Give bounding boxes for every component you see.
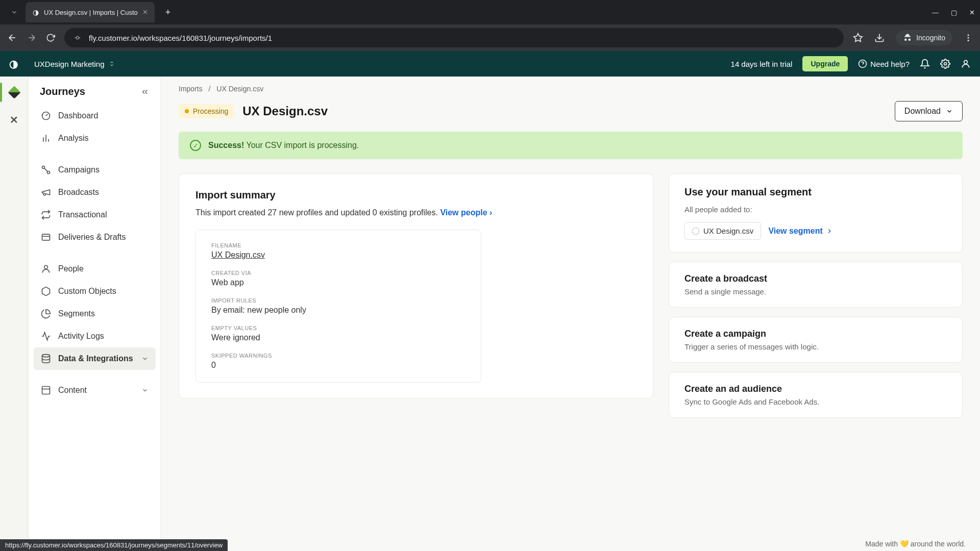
trial-text: 14 days left in trial: [731, 60, 793, 68]
gauge-icon: [41, 111, 51, 121]
profile-icon[interactable]: [961, 59, 971, 69]
banner-strong: Success!: [208, 141, 244, 149]
downloads-icon[interactable]: [874, 33, 885, 43]
app-logo-icon[interactable]: ◑: [9, 58, 18, 70]
inbox-icon: [41, 232, 51, 242]
nav-dashboard[interactable]: Dashboard: [34, 105, 156, 127]
create-campaign-card[interactable]: Create a campaign Trigger a series of me…: [669, 317, 963, 363]
help-label: Need help?: [870, 60, 910, 68]
meta-label: FILENAME: [211, 242, 465, 248]
tab-close-icon[interactable]: ×: [143, 8, 148, 17]
breadcrumb-sep: /: [209, 85, 211, 93]
minimize-icon[interactable]: —: [932, 9, 939, 16]
reload-button[interactable]: [46, 33, 55, 42]
workspace-switcher[interactable]: UXDesign Marketing: [34, 60, 115, 68]
status-text: Processing: [193, 107, 228, 115]
breadcrumb-parent[interactable]: Imports: [179, 85, 203, 93]
summary-text: This import created 27 new profiles and …: [195, 208, 438, 217]
bookmark-icon[interactable]: [853, 33, 863, 43]
settings-icon[interactable]: [940, 59, 950, 69]
action-title: Create an ad audience: [684, 384, 947, 394]
import-meta-box: FILENAME UX Design.csv CREATED VIA Web a…: [195, 230, 481, 383]
summary-title: Import summary: [195, 189, 636, 201]
url-input[interactable]: fly.customer.io/workspaces/160831/journe…: [64, 28, 844, 47]
breadcrumb: Imports / UX Design.csv: [161, 77, 980, 96]
notifications-icon[interactable]: [920, 59, 930, 69]
close-window-icon[interactable]: ✕: [969, 9, 975, 16]
action-desc: Sync to Google Ads and Facebook Ads.: [684, 397, 947, 406]
svg-rect-25: [42, 387, 50, 394]
nav-label: Campaigns: [58, 165, 100, 174]
chevron-right-icon: [826, 228, 833, 235]
create-broadcast-card[interactable]: Create a broadcast Send a single message…: [669, 262, 963, 308]
nav-label: Broadcasts: [58, 188, 99, 197]
new-tab-button[interactable]: +: [159, 3, 177, 21]
nav-content[interactable]: Content: [34, 379, 156, 402]
nav-label: Content: [58, 386, 87, 395]
chevron-down-icon: [946, 108, 953, 115]
chevron-right-icon: ›: [489, 208, 492, 217]
forward-button[interactable]: [27, 33, 37, 43]
svg-point-12: [944, 63, 947, 65]
tab-title: UX Design.csv | Imports | Custo: [44, 9, 138, 16]
page-title: UX Design.csv: [242, 104, 328, 118]
action-title: Create a campaign: [684, 329, 947, 339]
check-circle-icon: ✓: [190, 140, 201, 151]
svg-marker-5: [854, 34, 863, 42]
nav-activity-logs[interactable]: Activity Logs: [34, 325, 156, 347]
nav-segments[interactable]: Segments: [34, 303, 156, 325]
nav-label: Deliveries & Drafts: [58, 233, 126, 242]
meta-filename-link[interactable]: UX Design.csv: [211, 251, 465, 260]
svg-point-2: [76, 36, 79, 39]
status-badge: Processing: [179, 104, 234, 118]
maximize-icon[interactable]: ▢: [951, 9, 957, 16]
help-link[interactable]: Need help?: [858, 59, 910, 68]
browser-menu-icon[interactable]: [964, 33, 973, 42]
svg-point-23: [44, 265, 48, 269]
import-summary-card: Import summary This import created 27 ne…: [179, 173, 653, 398]
meta-empty: Were ignored: [211, 333, 465, 342]
nav-data-integrations[interactable]: Data & Integrations: [34, 347, 156, 370]
nav-custom-objects[interactable]: Custom Objects: [34, 280, 156, 303]
meta-label: EMPTY VALUES: [211, 325, 465, 331]
svg-point-13: [964, 60, 968, 64]
breadcrumb-current: UX Design.csv: [216, 85, 263, 93]
nav-transactional[interactable]: Transactional: [34, 204, 156, 226]
sidebar-collapse-icon[interactable]: [140, 87, 150, 96]
app-rail: ✕: [0, 77, 29, 551]
footer-text: Made with 💛 around the world.: [865, 540, 966, 548]
rail-journeys-icon[interactable]: [8, 86, 21, 99]
pulse-icon: [41, 331, 51, 341]
site-info-icon[interactable]: [74, 34, 82, 42]
nav-label: Transactional: [58, 210, 107, 219]
tab-favicon-icon: ◑: [33, 8, 39, 16]
browser-tab[interactable]: ◑ UX Design.csv | Imports | Custo ×: [26, 2, 155, 22]
upgrade-button[interactable]: Upgrade: [802, 56, 848, 71]
nav-people[interactable]: People: [34, 258, 156, 280]
nav-analysis[interactable]: Analysis: [34, 127, 156, 149]
view-segment-link[interactable]: View segment: [768, 227, 832, 236]
tab-search-dropdown[interactable]: [5, 3, 23, 21]
back-button[interactable]: [7, 33, 17, 43]
nav-broadcasts[interactable]: Broadcasts: [34, 181, 156, 204]
rail-secondary-icon[interactable]: ✕: [8, 113, 21, 127]
segment-chip[interactable]: UX Design.csv: [684, 222, 761, 240]
view-people-label: View people: [440, 208, 487, 217]
segment-subtitle: All people added to:: [684, 205, 947, 214]
incognito-badge[interactable]: Incognito: [896, 30, 952, 45]
browser-status-bar: https://fly.customer.io/workspaces/16083…: [0, 539, 228, 551]
meta-label: IMPORT RULES: [211, 297, 465, 304]
download-button[interactable]: Download: [895, 101, 963, 121]
segment-chip-label: UX Design.csv: [703, 227, 753, 235]
layout-icon: [41, 385, 51, 395]
svg-rect-21: [42, 234, 50, 240]
nav-campaigns[interactable]: Campaigns: [34, 159, 156, 181]
create-ad-audience-card[interactable]: Create an ad audience Sync to Google Ads…: [669, 372, 963, 418]
view-people-link[interactable]: View people ›: [440, 208, 492, 217]
pie-icon: [41, 309, 51, 319]
main-content: Imports / UX Design.csv Processing UX De…: [161, 77, 980, 551]
segment-icon: [692, 228, 699, 235]
nav-deliveries[interactable]: Deliveries & Drafts: [34, 226, 156, 248]
chevron-down-icon: [141, 387, 149, 394]
wand-icon: [41, 165, 51, 175]
